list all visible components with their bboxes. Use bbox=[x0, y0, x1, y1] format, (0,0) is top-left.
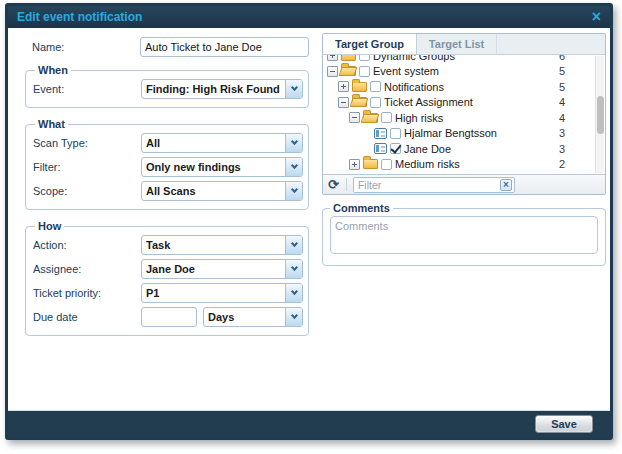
target-tree-panel: Target GroupTarget List Dynamic Groups6E… bbox=[322, 33, 606, 195]
folder-open-icon bbox=[352, 97, 367, 107]
dropdown-button[interactable] bbox=[285, 284, 302, 302]
collapse-icon[interactable] bbox=[349, 112, 360, 123]
tree-row[interactable]: Hjalmar Bengtsson3 bbox=[323, 126, 605, 142]
expand-icon[interactable] bbox=[338, 81, 349, 92]
dropdown-button[interactable] bbox=[285, 260, 302, 278]
ticket-priority-row: Ticket priority: P1 bbox=[33, 282, 303, 303]
what-fieldset: What Scan Type: All Filter: Only new fin… bbox=[25, 118, 309, 210]
event-select[interactable]: Finding: High Risk Found bbox=[141, 79, 303, 99]
due-date-input[interactable] bbox=[141, 307, 197, 327]
tree-row[interactable]: Event system5 bbox=[323, 64, 605, 80]
tree-count: 3 bbox=[559, 127, 565, 139]
checkbox[interactable] bbox=[381, 112, 392, 123]
ticket-priority-select[interactable]: P1 bbox=[141, 283, 303, 303]
assignee-select-value: Jane Doe bbox=[142, 263, 285, 275]
tree-row[interactable]: High risks4 bbox=[323, 110, 605, 126]
filter-select[interactable]: Only new findings bbox=[141, 157, 303, 177]
checkbox[interactable] bbox=[381, 159, 392, 170]
scrollbar-thumb[interactable] bbox=[597, 96, 604, 134]
tab-target-list[interactable]: Target List bbox=[417, 34, 497, 54]
tab-bar: Target GroupTarget List bbox=[323, 34, 605, 55]
footer-bar: Save bbox=[8, 410, 610, 437]
tree-filter-input[interactable] bbox=[354, 178, 496, 192]
name-label: Name: bbox=[32, 41, 132, 53]
folder-icon bbox=[363, 159, 378, 169]
folder-open-icon bbox=[363, 113, 378, 123]
save-button[interactable]: Save bbox=[535, 415, 593, 433]
due-date-unit-select[interactable]: Days bbox=[203, 307, 303, 327]
tree-row[interactable]: Dynamic Groups6 bbox=[323, 55, 605, 64]
title-bar: Edit event notification × bbox=[8, 6, 610, 28]
checkbox[interactable] bbox=[370, 81, 381, 92]
name-row: Name: bbox=[16, 37, 309, 57]
when-fieldset: When Event: Finding: High Risk Found bbox=[25, 64, 309, 108]
tree-count: 4 bbox=[559, 112, 565, 124]
checkbox-checked[interactable] bbox=[390, 143, 401, 154]
chevron-down-icon bbox=[290, 138, 297, 145]
tree-filter-field: × bbox=[353, 177, 515, 193]
dropdown-button[interactable] bbox=[285, 236, 302, 254]
chevron-down-icon bbox=[290, 264, 297, 271]
action-select[interactable]: Task bbox=[141, 235, 303, 255]
clear-filter-icon[interactable]: × bbox=[500, 179, 512, 191]
chevron-down-icon bbox=[290, 162, 297, 169]
ticket-priority-label: Ticket priority: bbox=[33, 287, 133, 299]
toolbar-divider bbox=[346, 178, 347, 191]
dropdown-button[interactable] bbox=[285, 158, 302, 176]
scope-label: Scope: bbox=[33, 185, 133, 197]
scope-select-value: All Scans bbox=[142, 185, 285, 197]
chevron-down-icon bbox=[290, 288, 297, 295]
action-label: Action: bbox=[33, 239, 133, 251]
user-icon bbox=[374, 128, 387, 139]
due-date-unit-value: Days bbox=[204, 311, 285, 323]
tree-toolbar: ⟳ × bbox=[323, 174, 605, 194]
chevron-down-icon bbox=[290, 240, 297, 247]
dropdown-button[interactable] bbox=[285, 134, 302, 152]
user-icon bbox=[374, 143, 387, 154]
event-row: Event: Finding: High Risk Found bbox=[33, 78, 303, 99]
checkbox[interactable] bbox=[370, 97, 381, 108]
assignee-select[interactable]: Jane Doe bbox=[141, 259, 303, 279]
dropdown-button[interactable] bbox=[285, 80, 302, 98]
name-input[interactable] bbox=[140, 37, 309, 57]
comments-fieldset: Comments bbox=[322, 202, 606, 266]
chevron-down-icon bbox=[290, 84, 297, 91]
tree-scrollbar[interactable] bbox=[595, 56, 604, 173]
expand-icon[interactable] bbox=[349, 159, 360, 170]
tree-label: Notifications bbox=[384, 81, 444, 93]
scan-type-select[interactable]: All bbox=[141, 133, 303, 153]
comments-textarea[interactable] bbox=[330, 216, 598, 254]
when-legend: When bbox=[35, 64, 71, 76]
tree-row[interactable]: Jane Doe3 bbox=[323, 141, 605, 157]
tree-row[interactable]: Ticket Assignment4 bbox=[323, 95, 605, 111]
expand-icon[interactable] bbox=[327, 55, 338, 61]
checkbox[interactable] bbox=[359, 55, 370, 61]
tab-target-group[interactable]: Target Group bbox=[323, 34, 417, 54]
checkbox[interactable] bbox=[390, 128, 401, 139]
dropdown-button[interactable] bbox=[285, 182, 302, 200]
dropdown-button[interactable] bbox=[285, 308, 302, 326]
checkbox[interactable] bbox=[359, 66, 370, 77]
filter-label: Filter: bbox=[33, 161, 133, 173]
tree-count: 5 bbox=[559, 81, 565, 93]
folder-icon bbox=[341, 55, 356, 61]
event-select-value: Finding: High Risk Found bbox=[142, 83, 285, 95]
scope-select[interactable]: All Scans bbox=[141, 181, 303, 201]
chevron-down-icon bbox=[290, 312, 297, 319]
collapse-icon[interactable] bbox=[327, 66, 338, 77]
edit-event-notification-dialog: Edit event notification × Name: When Eve… bbox=[5, 3, 613, 440]
tree-row[interactable]: Medium risks2 bbox=[323, 157, 605, 173]
tree-count: 4 bbox=[559, 96, 565, 108]
close-icon[interactable]: × bbox=[592, 10, 601, 24]
tree-label: Jane Doe bbox=[404, 143, 451, 155]
tree-count: 3 bbox=[559, 143, 565, 155]
refresh-icon[interactable]: ⟳ bbox=[328, 178, 339, 191]
tree-row[interactable]: Notifications5 bbox=[323, 79, 605, 95]
assignee-label: Assignee: bbox=[33, 263, 133, 275]
assignee-row: Assignee: Jane Doe bbox=[33, 258, 303, 279]
tree-label: Hjalmar Bengtsson bbox=[404, 127, 497, 139]
chevron-down-icon bbox=[290, 186, 297, 193]
target-column: Target GroupTarget List Dynamic Groups6E… bbox=[322, 28, 606, 266]
collapse-icon[interactable] bbox=[338, 97, 349, 108]
comments-legend: Comments bbox=[330, 202, 393, 214]
